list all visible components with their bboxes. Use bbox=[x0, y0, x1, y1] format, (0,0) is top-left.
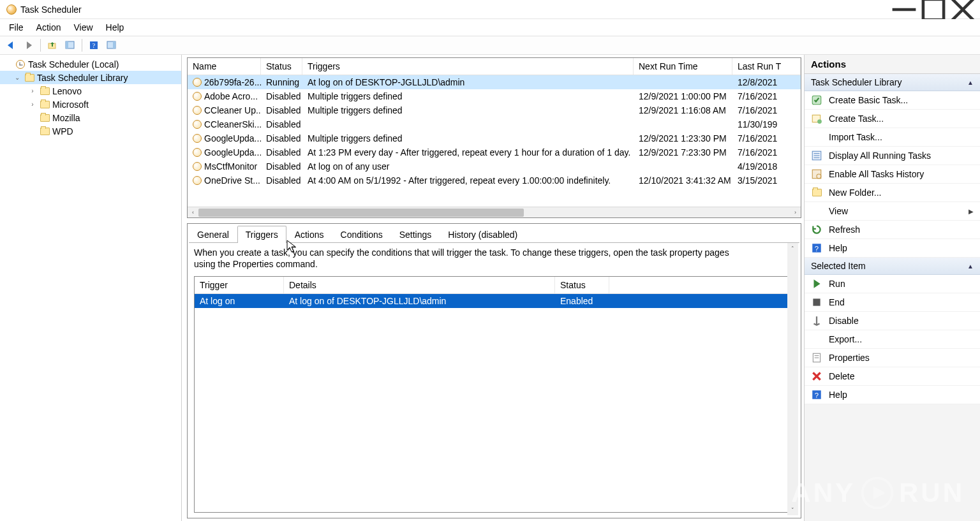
task-status: Disabled bbox=[261, 161, 302, 172]
task-last-run: 7/16/2021 bbox=[732, 91, 801, 101]
task-row[interactable]: 26b799fa-26...RunningAt log on of DESKTO… bbox=[188, 75, 801, 89]
scroll-right-icon[interactable]: › bbox=[790, 207, 801, 218]
action-help[interactable]: ? Help bbox=[805, 239, 980, 258]
col-trigger[interactable]: Trigger bbox=[195, 277, 284, 293]
tree-root[interactable]: Task Scheduler (Local) bbox=[0, 57, 181, 71]
menu-help[interactable]: Help bbox=[100, 20, 131, 35]
menu-file[interactable]: File bbox=[3, 20, 30, 35]
action-export[interactable]: Export... bbox=[805, 330, 980, 349]
task-triggers: At 1:23 PM every day - After triggered, … bbox=[302, 147, 634, 158]
history-icon bbox=[811, 168, 822, 180]
expand-icon[interactable]: › bbox=[28, 87, 37, 94]
tree-item-microsoft[interactable]: › Microsoft bbox=[0, 98, 181, 111]
expand-icon[interactable]: › bbox=[28, 101, 37, 108]
collapse-icon[interactable]: ▲ bbox=[967, 79, 974, 86]
action-display-running[interactable]: Display All Running Tasks bbox=[805, 147, 980, 165]
tree-root-label: Task Scheduler (Local) bbox=[28, 59, 119, 70]
menu-view[interactable]: View bbox=[67, 20, 99, 35]
task-name: GoogleUpda... bbox=[204, 133, 261, 143]
actions-group-library[interactable]: Task Scheduler Library ▲ bbox=[805, 74, 980, 91]
task-item-icon bbox=[193, 92, 202, 101]
vertical-scrollbar[interactable]: ˄ ˅ bbox=[787, 243, 798, 515]
action-create-basic-task[interactable]: Create Basic Task... bbox=[805, 91, 980, 110]
tab-conditions[interactable]: Conditions bbox=[332, 226, 391, 243]
col-status[interactable]: Status bbox=[261, 58, 302, 75]
forward-button[interactable] bbox=[20, 37, 37, 54]
action-new-folder[interactable]: New Folder... bbox=[805, 184, 980, 202]
task-status: Running bbox=[261, 77, 302, 87]
scroll-thumb[interactable] bbox=[198, 209, 524, 217]
menu-action[interactable]: Action bbox=[30, 20, 68, 35]
task-triggers: At 4:00 AM on 5/1/1992 - After triggered… bbox=[302, 175, 634, 186]
task-triggers: At log on of any user bbox=[302, 161, 634, 172]
collapse-icon[interactable]: ⌄ bbox=[13, 74, 22, 81]
tab-general[interactable]: General bbox=[189, 226, 237, 243]
scroll-down-icon[interactable]: ˅ bbox=[787, 504, 798, 515]
action-help-2[interactable]: ? Help bbox=[805, 386, 980, 404]
trigger-status-cell: Enabled bbox=[555, 296, 609, 306]
tree-library[interactable]: ⌄ Task Scheduler Library bbox=[0, 71, 181, 84]
task-row[interactable]: GoogleUpda...DisabledAt 1:23 PM every da… bbox=[188, 145, 801, 159]
tree-item-wpd[interactable]: WPD bbox=[0, 124, 181, 138]
collapse-icon[interactable]: ▲ bbox=[967, 263, 974, 270]
task-last-run: 7/16/2021 bbox=[732, 147, 801, 158]
actions-pane-title: Actions bbox=[805, 55, 980, 74]
action-create-task[interactable]: Create Task... bbox=[805, 110, 980, 128]
col-last-run[interactable]: Last Run T bbox=[732, 58, 801, 75]
tree-item-lenovo[interactable]: › Lenovo bbox=[0, 84, 181, 98]
tab-content-triggers: When you create a task, you can specify … bbox=[189, 242, 799, 517]
task-last-run: 7/16/2021 bbox=[732, 133, 801, 143]
tab-triggers[interactable]: Triggers bbox=[237, 226, 286, 243]
close-button[interactable] bbox=[948, 1, 977, 18]
action-end[interactable]: End bbox=[805, 293, 980, 312]
help-icon: ? bbox=[811, 389, 822, 400]
trigger-row[interactable]: At log on At log on of DESKTOP-JGLLJLD\a… bbox=[195, 294, 794, 308]
task-triggers: Multiple triggers defined bbox=[302, 91, 634, 101]
task-row[interactable]: OneDrive St...DisabledAt 4:00 AM on 5/1/… bbox=[188, 173, 801, 187]
tree-item-label: Mozilla bbox=[52, 113, 80, 123]
col-next-run[interactable]: Next Run Time bbox=[634, 58, 732, 75]
task-row[interactable]: CCleaner Up...DisabledMultiple triggers … bbox=[188, 103, 801, 117]
action-properties[interactable]: Properties bbox=[805, 349, 980, 367]
svg-rect-6 bbox=[66, 41, 68, 48]
task-row[interactable]: GoogleUpda...DisabledMultiple triggers d… bbox=[188, 131, 801, 145]
back-button[interactable] bbox=[3, 37, 19, 54]
scroll-up-icon[interactable]: ˄ bbox=[787, 243, 798, 254]
tree-item-mozilla[interactable]: Mozilla bbox=[0, 111, 181, 124]
action-view[interactable]: View ▶ bbox=[805, 202, 980, 221]
scroll-left-icon[interactable]: ‹ bbox=[188, 207, 198, 218]
task-row[interactable]: CCleanerSki...Disabled11/30/199 bbox=[188, 117, 801, 131]
task-item-icon bbox=[193, 134, 202, 143]
tab-settings[interactable]: Settings bbox=[391, 226, 440, 243]
col-triggers[interactable]: Triggers bbox=[302, 58, 634, 75]
task-row[interactable]: Adobe Acro...DisabledMultiple triggers d… bbox=[188, 89, 801, 103]
maximize-button[interactable] bbox=[919, 1, 948, 18]
task-row[interactable]: MsCtfMonitorDisabledAt log on of any use… bbox=[188, 159, 801, 173]
show-hide-action-pane-button[interactable] bbox=[103, 37, 120, 54]
task-status: Disabled bbox=[261, 105, 302, 115]
action-import-task[interactable]: Import Task... bbox=[805, 128, 980, 147]
action-enable-history[interactable]: Enable All Tasks History bbox=[805, 165, 980, 184]
show-hide-console-tree-button[interactable] bbox=[62, 37, 78, 54]
minimize-button[interactable] bbox=[889, 1, 919, 18]
col-status[interactable]: Status bbox=[555, 277, 609, 293]
disable-icon bbox=[811, 315, 822, 327]
action-run[interactable]: Run bbox=[805, 275, 980, 293]
col-details[interactable]: Details bbox=[284, 277, 555, 293]
task-list-header: Name Status Triggers Next Run Time Last … bbox=[188, 58, 801, 75]
tab-actions[interactable]: Actions bbox=[286, 226, 332, 243]
action-refresh[interactable]: Refresh bbox=[805, 221, 980, 239]
task-next-run: 12/9/2021 1:23:30 PM bbox=[634, 133, 732, 143]
up-folder-button[interactable] bbox=[44, 37, 61, 54]
action-disable[interactable]: Disable bbox=[805, 312, 980, 330]
actions-group-selected[interactable]: Selected Item ▲ bbox=[805, 258, 980, 275]
list-icon bbox=[811, 150, 822, 161]
blank-icon bbox=[811, 334, 822, 345]
action-delete[interactable]: Delete bbox=[805, 367, 980, 386]
col-name[interactable]: Name bbox=[188, 58, 261, 75]
horizontal-scrollbar[interactable]: ‹ › bbox=[188, 207, 801, 217]
tab-history[interactable]: History (disabled) bbox=[440, 226, 526, 243]
run-icon bbox=[811, 278, 822, 290]
help-button[interactable]: ? bbox=[85, 37, 102, 54]
svg-rect-1 bbox=[923, 0, 944, 20]
